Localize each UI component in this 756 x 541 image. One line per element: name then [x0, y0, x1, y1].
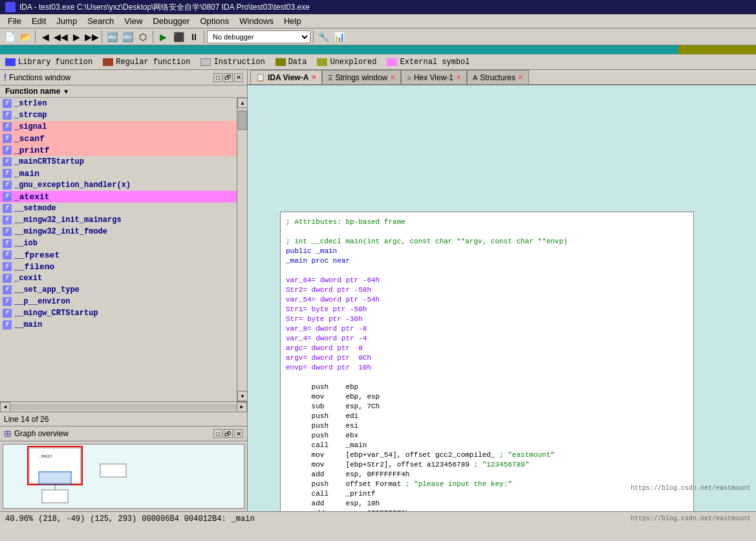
func-name-iob: __iob — [14, 239, 38, 248]
tab-structures-close[interactable]: ✕ — [518, 74, 523, 81]
func-hscroll[interactable]: ◀ ▶ — [0, 401, 247, 412]
code-line-2: ; int __cdecl main(int argc, const char … — [286, 237, 688, 247]
scroll-thumb[interactable] — [238, 111, 247, 130]
func-item-setapptype[interactable]: f __set_app_type — [0, 284, 237, 296]
func-item-scanf[interactable]: f _scanf — [0, 133, 237, 144]
tab-structures[interactable]: A Structures ✕ — [467, 70, 529, 84]
code-line-blank2 — [286, 266, 688, 276]
graph-restore[interactable]: 🗗 — [224, 429, 233, 438]
nav-button[interactable]: 🔤 — [105, 30, 119, 44]
panel-minimize[interactable]: □ — [213, 73, 222, 82]
func-badge-setapptype: f — [3, 285, 12, 294]
scroll-up[interactable]: ▲ — [237, 98, 247, 108]
tb-extra1[interactable]: 🔧 — [316, 30, 330, 44]
new-button[interactable]: 📄 — [3, 30, 17, 44]
legend-external: External symbol — [387, 58, 470, 67]
legend-instruction-color — [200, 58, 211, 66]
back-button[interactable]: ◀ — [38, 30, 52, 44]
menu-file[interactable]: File — [3, 15, 27, 27]
tab-hex-view-close[interactable]: ✕ — [456, 74, 461, 81]
func-list-scroll[interactable]: f _strlen f _strcmp f _signal f _scanf f — [0, 98, 237, 401]
tab-hex-view[interactable]: ○ Hex View-1 ✕ — [401, 70, 467, 84]
code-line-mov-ebp: mov ebp, esp — [286, 392, 688, 402]
func-item-mingwcrt[interactable]: f __mingw_CRTStartup — [0, 307, 237, 319]
legend-instruction: Instruction — [200, 58, 265, 67]
debugger-combo[interactable]: No debugger — [207, 30, 310, 43]
code-line-str1: Str1= byte ptr -50h — [286, 305, 688, 315]
code-line-blank3 — [286, 373, 688, 382]
code-line-sub-esp: sub esp, 7Ch — [286, 402, 688, 412]
code-line-var8: var_8= dword ptr -8 — [286, 324, 688, 334]
menu-options[interactable]: Options — [195, 15, 234, 27]
hex-button[interactable]: ⬡ — [136, 30, 150, 44]
tb-extra2[interactable]: 📊 — [332, 30, 346, 44]
legend-data-color — [275, 58, 286, 66]
menu-windows[interactable]: Windows — [234, 15, 279, 27]
status-bar: 40.96% (218, -49) (125, 293) 000006B4 00… — [0, 511, 756, 525]
fwd2-button[interactable]: ▶▶ — [85, 30, 99, 44]
func-item-signal[interactable]: f _signal — [0, 121, 237, 133]
func-item-mingw32fmode[interactable]: f __mingw32_init_fmode — [0, 226, 237, 237]
scroll-down[interactable]: ▼ — [237, 391, 247, 401]
tab-strings-close[interactable]: ✕ — [390, 74, 395, 81]
graph-minimize[interactable]: □ — [213, 429, 222, 438]
functions-icon: f — [4, 72, 6, 83]
func-item-strcmp[interactable]: f _strcmp — [0, 109, 237, 121]
func-name-mingw32mainargs: __mingw32_init_mainargs — [14, 215, 122, 225]
menu-help[interactable]: Help — [279, 15, 307, 27]
menu-debugger[interactable]: Debugger — [147, 15, 195, 27]
panel-restore[interactable]: 🗗 — [224, 73, 233, 82]
hscroll-left[interactable]: ◀ — [0, 402, 10, 412]
func-name-mingw32fmode: __mingw32_init_fmode — [14, 227, 107, 236]
func-name-strcmp: _strcmp — [14, 111, 47, 120]
func-item-main2[interactable]: f __main — [0, 319, 237, 331]
code-line-push-esi: push esi — [286, 421, 688, 431]
func-name-printf: _printf — [14, 146, 50, 155]
func-item-printf[interactable]: f _printf — [0, 144, 237, 156]
status-coords2: (125, 293) — [90, 514, 136, 524]
back2-button[interactable]: ◀◀ — [54, 30, 68, 44]
func-item-main[interactable]: f _main — [0, 168, 237, 179]
menu-search[interactable]: Search — [82, 15, 119, 27]
menu-view[interactable]: View — [119, 15, 147, 27]
hscroll-right[interactable]: ▶ — [237, 402, 247, 412]
func-item-gnu[interactable]: f _gnu_exception_handler(x) — [0, 179, 237, 191]
nav2-button[interactable]: 🔤 — [120, 30, 135, 44]
fwd-button[interactable]: ▶ — [69, 30, 83, 44]
func-item-strlen[interactable]: f _strlen — [0, 98, 237, 109]
stop-button[interactable]: ⬛ — [171, 30, 186, 44]
code-line-4: _main proc near — [286, 256, 688, 266]
pause-button[interactable]: ⏸ — [187, 30, 201, 44]
tab-strings[interactable]: Ξ Strings window ✕ — [322, 70, 401, 84]
func-item-fileno[interactable]: f __fileno — [0, 261, 237, 272]
line-count-text: Line 14 of 26 — [4, 415, 49, 424]
func-item-penviron[interactable]: f __p__environ — [0, 296, 237, 307]
run-button[interactable]: ▶ — [156, 30, 170, 44]
func-name-scanf: _scanf — [14, 134, 45, 144]
code-line-add-esp2: add esp, 10h — [286, 499, 688, 509]
func-name-strlen: _strlen — [14, 99, 47, 108]
open-button[interactable]: 📂 — [18, 30, 32, 44]
func-item-atexit[interactable]: f _atexit — [0, 191, 237, 203]
graph-panel: ⊞ Graph overview □ 🗗 ✕ _main — [0, 426, 247, 511]
watermark: https://blog.csdn.net/eastmount — [631, 485, 751, 492]
func-item-maincrt[interactable]: f _mainCRTStartup — [0, 156, 237, 168]
menu-edit[interactable]: Edit — [27, 15, 51, 27]
graph-close[interactable]: ✕ — [234, 429, 243, 438]
panel-close[interactable]: ✕ — [234, 73, 243, 82]
func-name-main2: __main — [14, 320, 42, 329]
nav-bar — [0, 45, 756, 54]
menu-jump[interactable]: Jump — [51, 15, 82, 27]
graph-content[interactable]: _main — [3, 444, 244, 509]
ida-view-content[interactable]: ; Attributes: bp-based frame ; int __cde… — [248, 85, 756, 511]
legend-unexplored-color — [317, 58, 327, 66]
tab-ida-view-close[interactable]: ✕ — [311, 74, 316, 81]
func-list-container: f _strlen f _strcmp f _signal f _scanf f — [0, 98, 247, 401]
tab-ida-view[interactable]: 📋 IDA View-A ✕ — [250, 70, 322, 84]
func-item-setmode[interactable]: f __setmode — [0, 203, 237, 214]
func-item-mingw32mainargs[interactable]: f __mingw32_init_mainargs — [0, 214, 237, 226]
func-item-fpreset[interactable]: f __fpreset — [0, 249, 237, 261]
func-scrollbar[interactable]: ▲ ▼ — [237, 98, 247, 401]
func-item-cexit[interactable]: f _cexit — [0, 272, 237, 284]
func-item-iob[interactable]: f __iob — [0, 237, 237, 249]
